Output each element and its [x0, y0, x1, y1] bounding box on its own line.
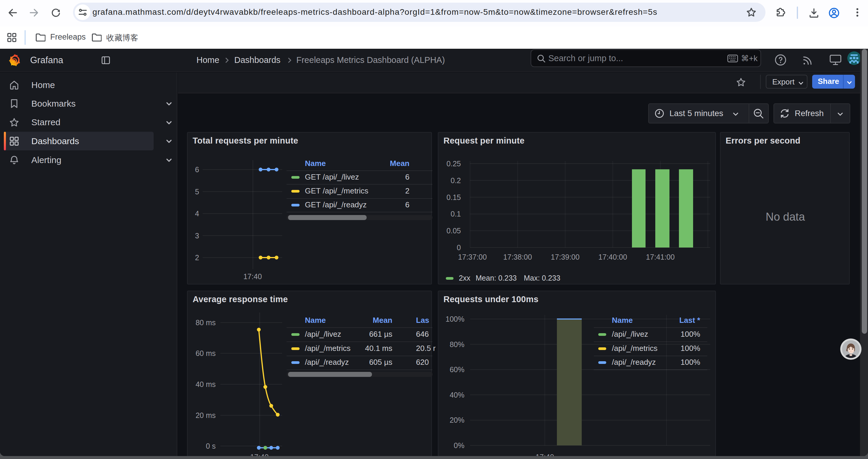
svg-text:0.1: 0.1 [451, 210, 461, 218]
svg-text:0.2: 0.2 [451, 176, 461, 185]
svg-text:80 ms: 80 ms [195, 319, 216, 327]
svg-text:17:38:00: 17:38:00 [503, 253, 532, 261]
svg-text:17:41:00: 17:41:00 [646, 253, 675, 261]
svg-text:20 ms: 20 ms [195, 411, 216, 419]
svg-text:0.25: 0.25 [446, 160, 461, 168]
svg-text:3: 3 [195, 232, 199, 240]
svg-text:60%: 60% [450, 365, 464, 374]
svg-text:40%: 40% [450, 391, 464, 399]
svg-text:0.05: 0.05 [446, 227, 461, 235]
svg-text:17:40: 17:40 [536, 453, 554, 456]
svg-text:0: 0 [457, 243, 461, 252]
svg-text:80%: 80% [450, 340, 464, 349]
svg-text:0.15: 0.15 [446, 193, 461, 201]
svg-text:17:40: 17:40 [243, 272, 262, 281]
svg-text:100%: 100% [445, 315, 464, 323]
svg-text:40 ms: 40 ms [195, 380, 216, 388]
svg-text:17:39:00: 17:39:00 [551, 253, 579, 261]
svg-text:60 ms: 60 ms [195, 349, 216, 357]
svg-text:0 s: 0 s [206, 442, 216, 450]
svg-text:17:40: 17:40 [250, 453, 269, 456]
svg-text:0%: 0% [454, 441, 464, 450]
svg-text:4: 4 [195, 209, 199, 218]
svg-text:17:40:00: 17:40:00 [598, 253, 627, 261]
svg-text:20%: 20% [450, 416, 464, 424]
svg-text:17:37:00: 17:37:00 [458, 253, 487, 261]
svg-text:2: 2 [195, 254, 199, 262]
svg-text:6: 6 [195, 165, 199, 174]
svg-text:5: 5 [195, 188, 199, 196]
